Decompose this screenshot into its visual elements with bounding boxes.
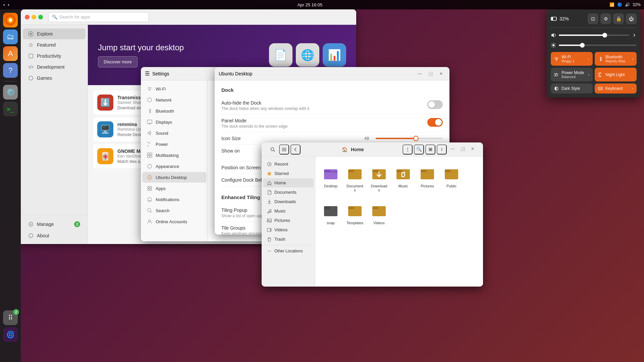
sidebar-productivity-label: Productivity bbox=[37, 53, 61, 59]
brightness-thumb[interactable] bbox=[580, 43, 585, 48]
ubuntu-desktop-maximize-button[interactable]: ⬜ bbox=[426, 69, 435, 78]
files-back-button[interactable] bbox=[290, 144, 301, 155]
settings-item-notifications[interactable]: Notifications bbox=[142, 194, 206, 205]
settings-item-displays[interactable]: Displays bbox=[142, 117, 206, 127]
files-sidebar-other[interactable]: Other Locations bbox=[263, 247, 314, 255]
brightness-slider[interactable] bbox=[559, 45, 637, 46]
sidebar-item-explore[interactable]: Explore bbox=[23, 28, 86, 39]
files-menu-button[interactable] bbox=[279, 144, 289, 155]
settings-item-apps[interactable]: Apps bbox=[142, 183, 206, 194]
auto-hide-knob bbox=[428, 101, 435, 108]
wifi-toggle-btn[interactable]: Wi-Fi Moggy 2 › bbox=[551, 52, 593, 66]
files-sidebar-home[interactable]: Home bbox=[263, 178, 314, 187]
sidebar-item-about[interactable]: i About bbox=[23, 230, 86, 241]
keyboard-btn[interactable]: Keyboard › bbox=[595, 83, 637, 94]
files-sidebar-music[interactable]: Music bbox=[263, 206, 314, 216]
sidebar-item-featured[interactable]: Featured bbox=[23, 40, 86, 50]
dock-settings[interactable]: ⚙️ bbox=[3, 85, 18, 100]
file-item-snap[interactable]: snap bbox=[321, 199, 341, 228]
sidebar-item-manage[interactable]: Manage 2 bbox=[23, 219, 86, 230]
icon-size-thumb[interactable] bbox=[413, 136, 419, 141]
dock-terminal[interactable]: >_ bbox=[3, 102, 18, 116]
settings-item-search[interactable]: Search bbox=[142, 205, 206, 216]
taskbar-battery[interactable]: 32% bbox=[633, 2, 641, 7]
ubuntu-desktop-controls: — ⬜ ✕ bbox=[415, 69, 445, 78]
settings-item-network[interactable]: Network bbox=[142, 95, 206, 105]
software-close-button[interactable]: × bbox=[25, 15, 30, 19]
power-mode-btn[interactable]: Power Mode Balanced › bbox=[551, 68, 593, 81]
dock-software[interactable]: A bbox=[3, 46, 18, 61]
volume-slider[interactable] bbox=[559, 35, 629, 36]
files-search-button[interactable] bbox=[268, 144, 278, 155]
sidebar-item-games[interactable]: Games bbox=[23, 73, 86, 83]
files-sidebar-documents[interactable]: Documents bbox=[263, 188, 314, 197]
file-item-downloads[interactable]: Downloads bbox=[369, 162, 389, 195]
bluetooth-toggle-btn[interactable]: Bluetooth Majority Atlas › bbox=[595, 52, 637, 66]
settings-item-wifi[interactable]: Wi-Fi bbox=[142, 83, 206, 94]
sidebar-bottom: Manage 2 i About bbox=[21, 215, 88, 244]
ubuntu-desktop-close-button[interactable]: ✕ bbox=[437, 69, 445, 78]
software-minimize-button[interactable]: − bbox=[32, 15, 36, 19]
files-sidebar-downloads[interactable]: Downloads bbox=[263, 197, 314, 206]
settings-item-appearance[interactable]: Appearance bbox=[142, 161, 206, 172]
files-search-toggle[interactable]: 🔍 bbox=[414, 144, 424, 155]
file-item-music[interactable]: Music bbox=[393, 162, 413, 195]
settings-item-multitasking[interactable]: Multitasking bbox=[142, 150, 206, 161]
panel-mode-toggle[interactable] bbox=[427, 118, 443, 127]
snap-folder-icon bbox=[322, 201, 339, 219]
settings-notifications-label: Notifications bbox=[156, 197, 179, 202]
svg-rect-61 bbox=[598, 87, 602, 90]
files-sidebar-videos[interactable]: Videos bbox=[263, 225, 314, 234]
files-sidebar-trash[interactable]: Trash bbox=[263, 235, 314, 244]
file-item-public[interactable]: Public bbox=[441, 162, 462, 195]
auto-hide-toggle[interactable] bbox=[427, 100, 443, 109]
dock-firefox[interactable] bbox=[3, 13, 18, 27]
settings-item-sound[interactable]: Sound bbox=[142, 128, 206, 138]
settings-item-power[interactable]: Power bbox=[142, 139, 206, 149]
files-more-button[interactable]: ⋮ bbox=[402, 144, 413, 155]
files-close[interactable]: ✕ bbox=[468, 144, 477, 153]
file-item-videos[interactable]: Videos bbox=[369, 199, 389, 228]
files-home-label: Home bbox=[274, 180, 286, 185]
system-settings-button[interactable]: ⚙ bbox=[600, 13, 611, 24]
wifi-arrow-icon: › bbox=[588, 57, 589, 61]
files-view-toggle[interactable]: ⊞ bbox=[425, 144, 435, 155]
dock-files[interactable]: 🗂 bbox=[3, 29, 18, 44]
settings-displays-label: Displays bbox=[156, 120, 172, 125]
home-icon: 🏠 bbox=[342, 147, 347, 152]
night-light-btn[interactable]: Night Light bbox=[595, 68, 637, 81]
settings-item-ubuntu-desktop[interactable]: Ubuntu Desktop bbox=[142, 172, 206, 183]
icon-size-track[interactable] bbox=[376, 138, 443, 139]
software-maximize-button[interactable]: ⬜ bbox=[38, 15, 43, 19]
hero-discover-button[interactable]: Discover more bbox=[98, 56, 138, 67]
software-search-bar[interactable]: 🔍 Search for apps bbox=[48, 12, 149, 22]
dock-help[interactable]: ? bbox=[3, 63, 18, 78]
ubuntu-desktop-minimize-button[interactable]: — bbox=[415, 69, 424, 78]
files-sidebar-pictures[interactable]: Pictures bbox=[263, 216, 314, 225]
sidebar-item-productivity[interactable]: Productivity bbox=[23, 51, 86, 61]
taskbar-network-icon[interactable]: 📶 bbox=[609, 2, 614, 7]
file-item-pictures[interactable]: Pictures bbox=[417, 162, 437, 195]
taskbar-volume-icon[interactable]: 🔊 bbox=[625, 2, 630, 7]
taskbar-bluetooth-icon[interactable]: 🔵 bbox=[617, 2, 622, 7]
volume-thumb[interactable] bbox=[602, 33, 607, 38]
files-maximize[interactable]: ⬜ bbox=[458, 144, 467, 153]
files-starred-label: Starred bbox=[274, 171, 289, 176]
files-sidebar-recent[interactable]: Recent bbox=[263, 160, 314, 169]
settings-item-bluetooth[interactable]: Bluetooth bbox=[142, 106, 206, 116]
dock-manage[interactable]: ⠿ 2 bbox=[3, 310, 18, 325]
settings-item-online-accounts[interactable]: Online Accounts bbox=[142, 216, 206, 227]
file-item-templates[interactable]: Templates bbox=[345, 199, 365, 228]
sidebar-item-development[interactable]: Development bbox=[23, 62, 86, 72]
power-off-button[interactable]: ⏻ bbox=[626, 13, 637, 24]
files-sidebar-starred[interactable]: Starred bbox=[263, 169, 314, 178]
file-item-desktop[interactable]: Desktop bbox=[321, 162, 341, 195]
dark-style-btn[interactable]: Dark Style bbox=[551, 83, 593, 94]
dock-about[interactable]: 🌀 bbox=[3, 327, 18, 342]
files-sort-button[interactable]: ↕ bbox=[437, 144, 447, 155]
screenshot-button[interactable]: ⊡ bbox=[588, 13, 598, 24]
lock-screen-button[interactable]: 🔒 bbox=[613, 13, 624, 24]
files-minimize[interactable]: — bbox=[448, 144, 457, 153]
file-item-documents[interactable]: Documents bbox=[345, 162, 365, 195]
taskbar: ● ● Apr 25 16:05 📶 🔵 🔊 32% bbox=[0, 0, 644, 9]
